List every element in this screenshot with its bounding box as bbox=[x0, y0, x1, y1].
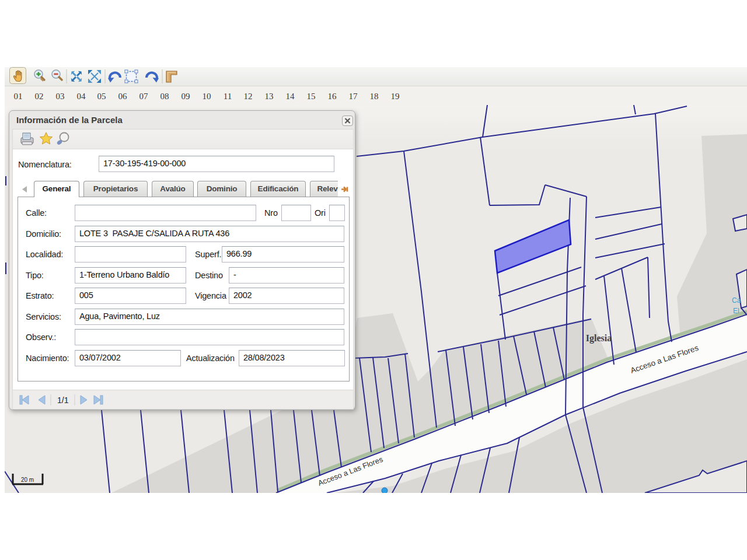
svg-text:Ca: Ca bbox=[732, 296, 741, 304]
svg-text:1/1: 1/1 bbox=[57, 396, 69, 405]
svg-text:Iglesia: Iglesia bbox=[586, 333, 612, 344]
svg-text:20 m: 20 m bbox=[21, 477, 34, 483]
svg-text:El: El bbox=[733, 307, 739, 315]
